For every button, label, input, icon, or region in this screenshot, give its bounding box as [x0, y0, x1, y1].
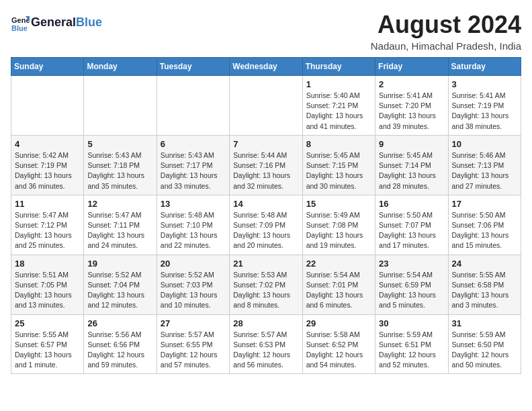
day-detail: Sunrise: 5:42 AM Sunset: 7:19 PM Dayligh… [15, 150, 80, 191]
table-row: 3Sunrise: 5:41 AM Sunset: 7:19 PM Daylig… [448, 76, 521, 136]
table-row [230, 76, 302, 136]
day-number: 22 [306, 259, 371, 269]
logo: General Blue GeneralBlue [11, 13, 102, 32]
table-row: 16Sunrise: 5:50 AM Sunset: 7:07 PM Dayli… [375, 195, 448, 255]
day-detail: Sunrise: 5:44 AM Sunset: 7:16 PM Dayligh… [233, 150, 298, 191]
table-row: 28Sunrise: 5:57 AM Sunset: 6:53 PM Dayli… [230, 314, 302, 374]
header-tuesday: Tuesday [157, 58, 229, 76]
day-number: 9 [379, 139, 444, 149]
month-title: August 2024 [371, 11, 521, 39]
table-row: 13Sunrise: 5:48 AM Sunset: 7:10 PM Dayli… [157, 195, 229, 255]
day-number: 21 [233, 259, 298, 269]
day-number: 30 [379, 318, 444, 328]
table-row: 12Sunrise: 5:47 AM Sunset: 7:11 PM Dayli… [84, 195, 157, 255]
table-row: 19Sunrise: 5:52 AM Sunset: 7:04 PM Dayli… [84, 255, 157, 314]
calendar-week-row: 1Sunrise: 5:40 AM Sunset: 7:21 PM Daylig… [11, 76, 521, 136]
day-number: 7 [233, 139, 298, 149]
day-number: 5 [87, 139, 152, 149]
day-number: 18 [15, 259, 80, 269]
location: Nadaun, Himachal Pradesh, India [371, 40, 521, 52]
day-detail: Sunrise: 5:55 AM Sunset: 6:57 PM Dayligh… [15, 330, 80, 371]
day-number: 14 [233, 199, 298, 209]
day-number: 24 [452, 259, 517, 269]
header-saturday: Saturday [448, 58, 521, 76]
day-number: 20 [161, 259, 226, 269]
table-row: 23Sunrise: 5:54 AM Sunset: 6:59 PM Dayli… [375, 255, 448, 314]
calendar-week-row: 18Sunrise: 5:51 AM Sunset: 7:05 PM Dayli… [11, 255, 521, 314]
table-row [157, 76, 229, 136]
calendar-week-row: 25Sunrise: 5:55 AM Sunset: 6:57 PM Dayli… [11, 314, 521, 374]
day-detail: Sunrise: 5:47 AM Sunset: 7:12 PM Dayligh… [15, 210, 80, 251]
header-monday: Monday [84, 58, 157, 76]
table-row: 5Sunrise: 5:43 AM Sunset: 7:18 PM Daylig… [84, 135, 157, 195]
calendar-header-row: Sunday Monday Tuesday Wednesday Thursday… [11, 58, 521, 76]
day-number: 17 [452, 199, 517, 209]
day-detail: Sunrise: 5:54 AM Sunset: 6:59 PM Dayligh… [379, 270, 444, 311]
table-row: 15Sunrise: 5:49 AM Sunset: 7:08 PM Dayli… [302, 195, 375, 255]
day-number: 12 [87, 199, 152, 209]
table-row: 1Sunrise: 5:40 AM Sunset: 7:21 PM Daylig… [302, 76, 375, 136]
table-row: 27Sunrise: 5:57 AM Sunset: 6:55 PM Dayli… [157, 314, 229, 374]
day-detail: Sunrise: 5:51 AM Sunset: 7:05 PM Dayligh… [15, 270, 80, 311]
table-row [11, 76, 84, 136]
table-row: 18Sunrise: 5:51 AM Sunset: 7:05 PM Dayli… [11, 255, 84, 314]
table-row: 8Sunrise: 5:45 AM Sunset: 7:15 PM Daylig… [302, 135, 375, 195]
day-detail: Sunrise: 5:54 AM Sunset: 7:01 PM Dayligh… [306, 270, 371, 311]
day-detail: Sunrise: 5:59 AM Sunset: 6:50 PM Dayligh… [452, 330, 517, 371]
svg-text:Blue: Blue [11, 24, 28, 32]
day-number: 10 [452, 139, 517, 149]
day-number: 26 [87, 318, 152, 328]
day-number: 1 [306, 79, 371, 89]
day-detail: Sunrise: 5:49 AM Sunset: 7:08 PM Dayligh… [306, 210, 371, 251]
day-detail: Sunrise: 5:52 AM Sunset: 7:04 PM Dayligh… [87, 270, 152, 311]
table-row: 11Sunrise: 5:47 AM Sunset: 7:12 PM Dayli… [11, 195, 84, 255]
day-detail: Sunrise: 5:57 AM Sunset: 6:55 PM Dayligh… [161, 330, 226, 371]
day-number: 15 [306, 199, 371, 209]
logo-text: GeneralBlue [31, 16, 102, 30]
day-detail: Sunrise: 5:43 AM Sunset: 7:18 PM Dayligh… [87, 150, 152, 191]
day-number: 28 [233, 318, 298, 328]
table-row: 17Sunrise: 5:50 AM Sunset: 7:06 PM Dayli… [448, 195, 521, 255]
calendar-table: Sunday Monday Tuesday Wednesday Thursday… [11, 57, 521, 374]
day-number: 3 [452, 79, 517, 89]
table-row: 20Sunrise: 5:52 AM Sunset: 7:03 PM Dayli… [157, 255, 229, 314]
header-wednesday: Wednesday [230, 58, 302, 76]
table-row: 6Sunrise: 5:43 AM Sunset: 7:17 PM Daylig… [157, 135, 229, 195]
day-number: 11 [15, 199, 80, 209]
header-sunday: Sunday [11, 58, 84, 76]
table-row: 25Sunrise: 5:55 AM Sunset: 6:57 PM Dayli… [11, 314, 84, 374]
day-detail: Sunrise: 5:58 AM Sunset: 6:52 PM Dayligh… [306, 330, 371, 371]
day-detail: Sunrise: 5:59 AM Sunset: 6:51 PM Dayligh… [379, 330, 444, 371]
table-row: 30Sunrise: 5:59 AM Sunset: 6:51 PM Dayli… [375, 314, 448, 374]
table-row: 22Sunrise: 5:54 AM Sunset: 7:01 PM Dayli… [302, 255, 375, 314]
day-detail: Sunrise: 5:53 AM Sunset: 7:02 PM Dayligh… [233, 270, 298, 311]
day-number: 13 [161, 199, 226, 209]
table-row: 10Sunrise: 5:46 AM Sunset: 7:13 PM Dayli… [448, 135, 521, 195]
calendar-week-row: 4Sunrise: 5:42 AM Sunset: 7:19 PM Daylig… [11, 135, 521, 195]
day-detail: Sunrise: 5:56 AM Sunset: 6:56 PM Dayligh… [87, 330, 152, 371]
table-row: 21Sunrise: 5:53 AM Sunset: 7:02 PM Dayli… [230, 255, 302, 314]
header-friday: Friday [375, 58, 448, 76]
day-detail: Sunrise: 5:57 AM Sunset: 6:53 PM Dayligh… [233, 330, 298, 371]
calendar-week-row: 11Sunrise: 5:47 AM Sunset: 7:12 PM Dayli… [11, 195, 521, 255]
day-detail: Sunrise: 5:46 AM Sunset: 7:13 PM Dayligh… [452, 150, 517, 191]
day-number: 25 [15, 318, 80, 328]
page-header: General Blue GeneralBlue August 2024 Nad… [11, 11, 521, 52]
table-row [84, 76, 157, 136]
table-row: 26Sunrise: 5:56 AM Sunset: 6:56 PM Dayli… [84, 314, 157, 374]
day-number: 4 [15, 139, 80, 149]
day-detail: Sunrise: 5:50 AM Sunset: 7:06 PM Dayligh… [452, 210, 517, 251]
table-row: 14Sunrise: 5:48 AM Sunset: 7:09 PM Dayli… [230, 195, 302, 255]
day-number: 31 [452, 318, 517, 328]
day-detail: Sunrise: 5:43 AM Sunset: 7:17 PM Dayligh… [161, 150, 226, 191]
day-detail: Sunrise: 5:41 AM Sunset: 7:20 PM Dayligh… [379, 91, 444, 132]
table-row: 29Sunrise: 5:58 AM Sunset: 6:52 PM Dayli… [302, 314, 375, 374]
day-detail: Sunrise: 5:40 AM Sunset: 7:21 PM Dayligh… [306, 91, 371, 132]
title-block: August 2024 Nadaun, Himachal Pradesh, In… [371, 11, 521, 52]
table-row: 31Sunrise: 5:59 AM Sunset: 6:50 PM Dayli… [448, 314, 521, 374]
day-number: 16 [379, 199, 444, 209]
day-number: 23 [379, 259, 444, 269]
day-detail: Sunrise: 5:41 AM Sunset: 7:19 PM Dayligh… [452, 91, 517, 132]
day-number: 2 [379, 79, 444, 89]
day-detail: Sunrise: 5:47 AM Sunset: 7:11 PM Dayligh… [87, 210, 152, 251]
